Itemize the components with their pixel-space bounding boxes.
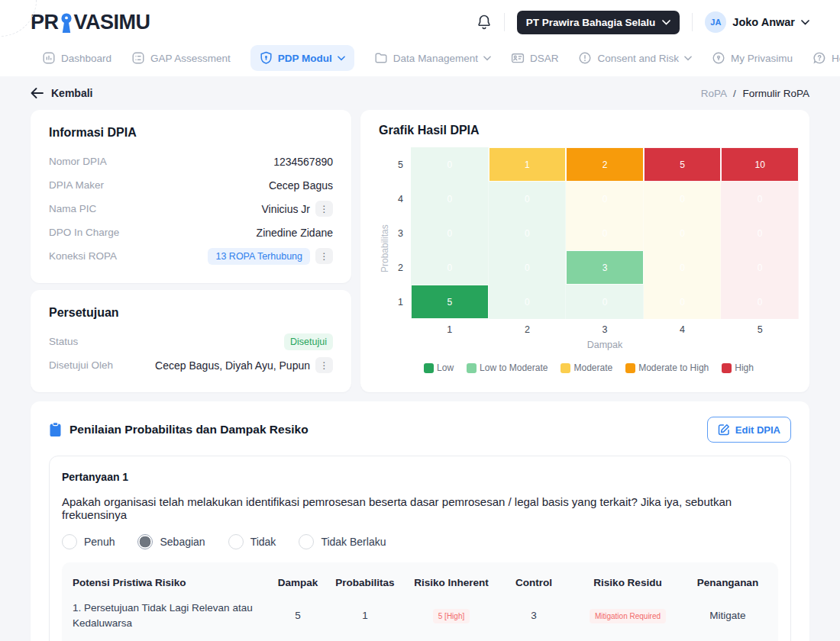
help-bubble-icon (813, 51, 826, 65)
radio-dot-icon (299, 534, 314, 549)
table-cell: Mitigate (688, 610, 767, 621)
table-header-cell: Dampak (268, 568, 328, 594)
legend-swatch (467, 363, 477, 373)
nav-dashboard[interactable]: Dashboard (42, 51, 111, 65)
company-selector[interactable]: PT Prawira Bahagia Selalu (517, 11, 680, 34)
heatmap-cell: 0 (721, 250, 799, 285)
heatmap-cell: 3 (566, 250, 644, 285)
chevron-down-icon (801, 20, 809, 25)
table-cell: 2. Pelanggaran Prinsip Penggunaan Data y… (73, 638, 268, 641)
approval-fields: StatusDisetujuiDisetujui OlehCecep Bagus… (49, 330, 333, 377)
kebab-menu-button[interactable]: ⋮ (315, 248, 333, 264)
kebab-menu-button[interactable]: ⋮ (315, 201, 333, 217)
legend-label: Low (437, 362, 454, 373)
chart-title: Grafik Hasil DPIA (379, 124, 799, 137)
field-row: Nama PICVinicius Jr⋮ (49, 197, 333, 221)
field-row: DPIA MakerCecep Bagus (49, 173, 333, 197)
heatmap-cell: 0 (721, 285, 799, 319)
heatmap-cell: 0 (721, 182, 799, 216)
field-value-group: Zinedine Zidane (257, 227, 333, 239)
heatmap-cell: 0 (566, 182, 644, 216)
nav-gap-assessment[interactable]: GAP Assessment (131, 51, 231, 65)
nav-consent-and-risk[interactable]: Consent and Risk (578, 51, 692, 65)
nav-dsar[interactable]: DSAR (511, 51, 559, 65)
risk-pill-red: 5 [High] (433, 609, 470, 623)
y-tick: 3 (391, 216, 411, 250)
heatmap-cell: 0 (411, 216, 489, 250)
back-button[interactable]: Kembali (31, 87, 92, 99)
heatmap-cell: 0 (411, 250, 489, 285)
heatmap-cell: 0 (411, 147, 489, 182)
table-header-cell: Probabilitas (328, 568, 402, 594)
heatmap-cell: 0 (489, 250, 567, 285)
header-actions: PT Prawira Bahagia Selalu JA Joko Anwar (477, 11, 809, 34)
answer-radio-tidak[interactable]: Tidak (228, 534, 276, 549)
field-value-group: Vinicius Jr⋮ (261, 201, 333, 217)
logo-text-post: VASIMU (74, 11, 150, 34)
heatmap-cell: 0 (489, 182, 567, 216)
table-row: 1. Persetujuan Tidak Lagi Relevan atau K… (73, 597, 767, 634)
nav-data-management[interactable]: Data Management (374, 51, 491, 65)
nav-label: Dashboard (61, 53, 111, 64)
table-cell: 1. Persetujuan Tidak Lagi Relevan atau K… (73, 601, 268, 630)
divider (692, 13, 693, 31)
heatmap-cell: 10 (721, 147, 799, 182)
field-row: Koneksi ROPA13 ROPA Terhubung⋮ (49, 244, 333, 268)
edit-dpia-label: Edit DPIA (735, 424, 780, 436)
nav-label: Help (832, 53, 840, 64)
table-header-cell: Risiko Inherent (402, 568, 500, 594)
user-menu[interactable]: JA Joko Anwar (705, 11, 809, 33)
heatmap-cell: 1 (489, 147, 567, 182)
table-cell: 1 (328, 610, 402, 621)
answer-radio-tidak-berlaku[interactable]: Tidak Berlaku (299, 534, 386, 549)
chevron-down-icon (483, 56, 491, 61)
kebab-menu-button[interactable]: ⋮ (315, 357, 333, 373)
radio-label: Tidak Berlaku (321, 536, 386, 548)
field-row: StatusDisetujui (49, 330, 333, 353)
edit-dpia-button[interactable]: Edit DPIA (707, 417, 791, 443)
field-value-group: Cecep Bagus, Diyah Ayu, Pupun⋮ (155, 357, 333, 373)
radio-dot-icon (228, 534, 244, 549)
nav-my-privasimu[interactable]: My Privasimu (712, 51, 793, 65)
y-tick: 5 (391, 147, 411, 182)
grafik-hasil-dpia-card: Grafik Hasil DPIA Probabilitas 54321 012… (360, 110, 809, 392)
top-cards-row: Informasi DPIA Nomor DPIA1234567890DPIA … (31, 110, 809, 392)
radio-label: Tidak (250, 536, 276, 548)
penilaian-card: Penilaian Probabilitas dan Dampak Resiko… (31, 401, 809, 641)
nav-pdp-modul[interactable]: PDP Modul (250, 45, 354, 71)
logo-text-pre: PR (31, 11, 59, 34)
left-column: Informasi DPIA Nomor DPIA1234567890DPIA … (31, 110, 351, 392)
answer-radio-sebagian[interactable]: Sebagian (137, 534, 205, 549)
notification-bell-icon[interactable] (477, 14, 492, 31)
edit-pencil-icon (718, 424, 730, 436)
chevron-down-icon (338, 56, 345, 61)
field-row: DPO In ChargeZinedine Zidane (49, 221, 333, 244)
radio-dot-icon (62, 534, 77, 549)
answer-radio-group: PenuhSebagianTidakTidak Berlaku (62, 534, 778, 549)
brand-logo[interactable]: PR VASIMU (31, 11, 150, 34)
table-header-cell: Risiko Residu (567, 568, 688, 594)
heatmap-cell: 0 (566, 285, 644, 319)
field-value: Cecep Bagus, Diyah Ayu, Pupun (155, 359, 310, 372)
field-value: Vinicius Jr (261, 203, 310, 215)
main-nav: Dashboard GAP Assessment PDP Modul Data … (0, 44, 840, 76)
card-title: Persetujuan (49, 306, 333, 320)
field-row: Nomor DPIA1234567890 (49, 150, 333, 173)
answer-radio-penuh[interactable]: Penuh (62, 534, 115, 549)
heatmap-cell: 0 (721, 216, 799, 250)
persetujuan-card: Persetujuan StatusDisetujuiDisetujui Ole… (31, 290, 351, 392)
divider (504, 13, 505, 31)
risk-table-body: 1. Persetujuan Tidak Lagi Relevan atau K… (73, 597, 767, 641)
table-header-cell: Penanganan (688, 568, 767, 594)
risk-table-header: Potensi Pristiwa RisikoDampakProbabilita… (73, 565, 767, 597)
my-privasimu-icon (712, 51, 725, 65)
heatmap-cell: 2 (566, 147, 644, 182)
radio-dot-icon (137, 534, 153, 549)
field-label: Koneksi ROPA (49, 250, 117, 262)
breadcrumb-parent[interactable]: RoPA (701, 88, 727, 99)
top-header: PR VASIMU PT Prawira Bahagia Selalu JA J… (0, 0, 840, 44)
nav-help[interactable]: Help (813, 51, 840, 65)
heatmap-plot: 01251000000000000030050000 12345 Dampak (411, 147, 799, 350)
legend-swatch (561, 363, 570, 373)
ropa-link-pill[interactable]: 13 ROPA Terhubung (208, 248, 310, 265)
